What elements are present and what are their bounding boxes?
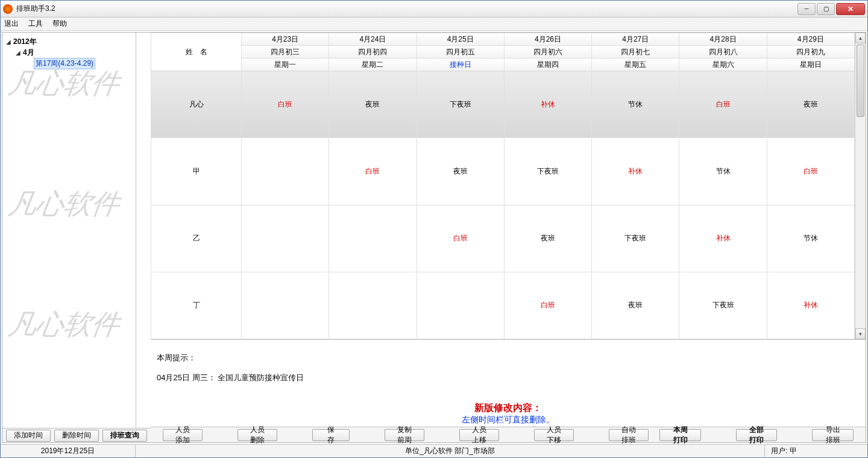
cell-shift[interactable]: 夜班 (767, 71, 854, 138)
cell-shift[interactable]: 节休 (679, 138, 767, 205)
cell-shift[interactable]: 节休 (592, 71, 679, 138)
cell-shift[interactable]: 补休 (679, 205, 767, 272)
content-area: 凡心软件 凡心软件 凡心软件 ◢ 2012年 ◢ 4月 第17周(4 (2, 32, 866, 443)
table-row[interactable]: 乙白班夜班下夜班补休节休 (151, 205, 855, 272)
header-lunar: 四月初八 (679, 46, 767, 58)
cell-shift[interactable]: 下夜班 (679, 272, 767, 339)
cell-shift[interactable] (242, 205, 329, 272)
notice-tip-body: 04月25日 周三： 全国儿童预防接种宣传日 (157, 372, 860, 383)
save-button[interactable]: 保 存 (312, 429, 350, 441)
header-weekday: 星期一 (242, 58, 329, 71)
vertical-scrollbar[interactable]: ▲ ▼ (855, 33, 866, 339)
sidebar-toolbar: 添加时间 删除时间 排班查询 (2, 428, 151, 442)
header-date[interactable]: 4月25日 (417, 33, 504, 46)
header-date[interactable]: 4月23日 (242, 33, 329, 46)
schedule-query-button[interactable]: 排班查询 (102, 430, 147, 442)
scroll-down-icon[interactable]: ▼ (855, 328, 866, 339)
cell-shift[interactable]: 下夜班 (417, 71, 504, 138)
minimize-button[interactable]: ─ (797, 3, 816, 15)
cell-shift[interactable]: 白班 (417, 205, 504, 272)
cell-shift[interactable] (242, 138, 329, 205)
sidebar: 凡心软件 凡心软件 凡心软件 ◢ 2012年 ◢ 4月 第17周(4 (2, 33, 136, 428)
header-weekday: 星期二 (329, 58, 417, 71)
titlebar[interactable]: 排班助手3.2 ─ ▢ ✕ (1, 1, 867, 17)
tree-week-label: 第17周(4.23-4.29) (34, 58, 95, 69)
header-lunar: 四月初九 (767, 46, 854, 58)
main-panel: 姓 名4月23日4月24日4月25日4月26日4月27日4月28日4月29日四月… (151, 33, 866, 442)
print-all-button[interactable]: 全部打印 (736, 429, 778, 441)
header-date[interactable]: 4月28日 (679, 33, 767, 46)
cell-shift[interactable]: 下夜班 (504, 138, 591, 205)
cell-shift[interactable] (329, 272, 417, 339)
add-person-button[interactable]: 人员添加 (163, 429, 203, 441)
move-down-button[interactable]: 人员下移 (534, 429, 574, 441)
menubar: 退出 工具 帮助 (1, 17, 867, 31)
delete-person-button[interactable]: 人员删除 (237, 429, 277, 441)
cell-shift[interactable]: 白班 (242, 71, 329, 138)
tree-month[interactable]: ◢ 4月 (5, 47, 133, 58)
header-date[interactable]: 4月24日 (329, 33, 417, 46)
schedule-grid[interactable]: 姓 名4月23日4月24日4月25日4月26日4月27日4月28日4月29日四月… (151, 33, 855, 339)
tree-week[interactable]: 第17周(4.23-4.29) (5, 58, 133, 69)
watermark-icon: 凡心软件 (6, 69, 131, 99)
table-row[interactable]: 凡心白班夜班下夜班补休节休白班夜班 (151, 71, 855, 138)
cell-shift[interactable]: 补休 (767, 272, 854, 339)
delete-time-button[interactable]: 删除时间 (54, 430, 99, 442)
cell-shift[interactable]: 夜班 (417, 138, 504, 205)
copy-prev-week-button[interactable]: 复制前周 (385, 429, 424, 441)
cell-shift[interactable]: 白班 (679, 71, 767, 138)
move-up-button[interactable]: 人员上移 (459, 429, 499, 441)
cell-shift[interactable]: 白班 (329, 138, 417, 205)
table-row[interactable]: 甲白班夜班下夜班补休节休白班 (151, 138, 855, 205)
header-weekday: 星期日 (767, 58, 854, 71)
scroll-up-icon[interactable]: ▲ (855, 33, 866, 43)
cell-name[interactable]: 乙 (151, 205, 242, 272)
menu-exit[interactable]: 退出 (4, 19, 19, 29)
close-button[interactable]: ✕ (836, 3, 865, 15)
export-schedule-button[interactable]: 导出排班 (812, 429, 854, 441)
statusbar: 2019年12月25日 单位_凡心软件 部门_市场部 用户: 甲 (1, 444, 867, 457)
cell-shift[interactable]: 下夜班 (592, 205, 679, 272)
cell-shift[interactable]: 补休 (504, 71, 591, 138)
cell-name[interactable]: 丁 (151, 272, 242, 339)
table-row[interactable]: 丁白班夜班下夜班补休 (151, 272, 855, 339)
maximize-button[interactable]: ▢ (817, 3, 835, 15)
cell-shift[interactable]: 夜班 (592, 272, 679, 339)
header-date[interactable]: 4月26日 (504, 33, 591, 46)
scroll-thumb[interactable] (857, 45, 864, 117)
release-notes-title: 新版修改内容： (157, 402, 860, 415)
watermark-icon: 凡心软件 (6, 310, 131, 340)
header-date[interactable]: 4月29日 (767, 33, 854, 46)
app-icon (3, 4, 13, 14)
header-lunar: 四月初四 (329, 46, 417, 58)
cell-name[interactable]: 凡心 (151, 71, 242, 138)
header-date[interactable]: 4月27日 (592, 33, 679, 46)
menu-help[interactable]: 帮助 (52, 19, 67, 29)
header-weekday: 接种日 (417, 58, 504, 71)
cell-shift[interactable] (329, 205, 417, 272)
cell-shift[interactable]: 补休 (592, 138, 679, 205)
close-icon: ✕ (848, 5, 854, 13)
cell-shift[interactable]: 白班 (504, 272, 591, 339)
minimize-icon: ─ (804, 5, 808, 12)
watermark-icon: 凡心软件 (6, 189, 131, 220)
collapse-icon[interactable]: ◢ (5, 39, 12, 45)
auto-schedule-button[interactable]: 自动排班 (609, 429, 649, 441)
cell-shift[interactable] (417, 272, 504, 339)
cell-shift[interactable]: 节休 (767, 205, 854, 272)
menu-tools[interactable]: 工具 (28, 19, 43, 29)
tree-year[interactable]: ◢ 2012年 (5, 36, 133, 47)
add-time-button[interactable]: 添加时间 (6, 430, 51, 442)
header-weekday: 星期五 (592, 58, 679, 71)
header-lunar: 四月初五 (417, 46, 504, 58)
maximize-icon: ▢ (823, 5, 829, 12)
cell-shift[interactable]: 白班 (767, 138, 854, 205)
cell-shift[interactable] (242, 272, 329, 339)
cell-shift[interactable]: 夜班 (504, 205, 591, 272)
bottom-toolbar: 人员添加 人员删除 保 存 复制前周 人员上移 人员下移 自动排班 本周打印 全… (151, 427, 866, 442)
print-week-button[interactable]: 本周打印 (659, 429, 701, 441)
cell-name[interactable]: 甲 (151, 138, 242, 205)
cell-shift[interactable]: 夜班 (329, 71, 417, 138)
notice-tip-title: 本周提示： (157, 353, 860, 363)
collapse-icon[interactable]: ◢ (14, 49, 22, 56)
